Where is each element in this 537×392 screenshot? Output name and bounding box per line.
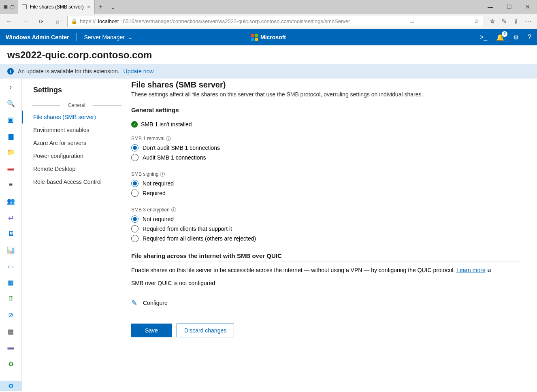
favorites-icon[interactable]: ✮ — [490, 17, 495, 25]
rail-files-icon[interactable]: 📁 — [4, 147, 18, 158]
radio-icon — [131, 154, 139, 161]
window-icon: ▣ — [3, 4, 8, 10]
update-now-link[interactable]: Update now — [124, 68, 154, 75]
reading-icon[interactable]: ▭ — [409, 18, 414, 24]
radio-enc-not-required[interactable]: Not required — [131, 214, 520, 224]
edit-icon: ✎ — [131, 298, 137, 307]
page-title-row: ws2022-quic.corp.contoso.com — [0, 45, 537, 64]
radio-icon — [131, 180, 139, 187]
sidebar-item-power[interactable]: Power configuration — [22, 149, 131, 162]
sidebar-group-label: General — [32, 102, 121, 108]
rail-search-icon[interactable]: 🔍 — [4, 98, 18, 109]
info-icon[interactable]: i — [166, 136, 171, 141]
microsoft-logo-icon — [251, 34, 258, 41]
tool-rail: › 🔍 ▣ ▆ 📁 ▬ ≡ 👥 ⇄ 🖥 📊 ▭ ▦ ⠿ ⊘ ▤ ▬ ⚙ ⚙ — [0, 79, 22, 391]
radio-icon — [131, 144, 139, 151]
back-button[interactable]: ← — [2, 15, 15, 28]
app-brand[interactable]: Windows Admin Center — [6, 34, 69, 40]
notes-icon[interactable]: ✎ — [501, 17, 507, 25]
quic-status: SMB over QUIC is not configured — [131, 280, 520, 286]
rail-overview-icon[interactable]: ▣ — [4, 114, 18, 125]
help-icon[interactable]: ? — [528, 34, 531, 41]
refresh-button[interactable]: ⟳ — [35, 15, 48, 28]
window-icon-2: ▢ — [10, 4, 15, 10]
sidebar-item-env-vars[interactable]: Environment variables — [22, 124, 131, 136]
external-link-icon: ⧉ — [486, 268, 491, 273]
address-bar[interactable]: 🔒 https://localhost:6516/servermanager/c… — [67, 16, 483, 27]
info-icon: i — [7, 68, 14, 75]
context-dropdown[interactable]: Server Manager ⌄ — [84, 34, 132, 40]
new-tab-button[interactable]: + — [95, 0, 107, 14]
radio-icon — [131, 215, 139, 223]
browser-tab[interactable]: File shares (SMB server) × — [18, 0, 95, 14]
rail-perf-icon[interactable]: 📊 — [4, 245, 18, 255]
rail-settings-icon[interactable]: ⚙ — [0, 381, 22, 391]
discard-button[interactable]: Discard changes — [177, 324, 234, 337]
settings-sidebar: Settings General File shares (SMB server… — [22, 79, 131, 391]
general-settings-heading: General settings — [131, 107, 520, 116]
info-icon[interactable]: i — [171, 207, 176, 212]
tab-close-icon[interactable]: × — [87, 4, 90, 10]
rail-azure-icon[interactable]: ▆ — [4, 131, 18, 141]
quic-heading: File sharing across the internet with SM… — [131, 252, 520, 262]
rail-apps-icon[interactable]: ⠿ — [4, 294, 18, 304]
favorite-icon[interactable]: ☆ — [474, 17, 479, 25]
rail-services-icon[interactable]: ⚙ — [4, 358, 18, 369]
rail-tasks-icon[interactable]: ▬ — [4, 342, 18, 353]
rail-monitor-icon[interactable]: 🖥 — [4, 228, 18, 239]
tab-dropdown-icon[interactable]: ⌄ — [107, 0, 119, 14]
radio-audit[interactable]: Audit SMB 1 connections — [131, 153, 520, 162]
info-icon[interactable]: i — [160, 172, 165, 177]
browser-titlebar: ▣ ▢ File shares (SMB server) × + ⌄ — ☐ ✕ — [0, 0, 537, 14]
minimize-button[interactable]: — — [481, 0, 500, 14]
radio-enc-supported[interactable]: Required from clients that support it — [131, 224, 520, 234]
sidebar-item-rbac[interactable]: Role-based Access Control — [22, 175, 131, 188]
content-area: File shares (SMB server) These settings … — [131, 79, 537, 391]
more-icon[interactable]: ⋯ — [525, 17, 531, 25]
radio-signing-not-required[interactable]: Not required — [131, 179, 520, 188]
sidebar-item-remote-desktop[interactable]: Remote Desktop — [22, 162, 131, 175]
sidebar-title: Settings — [22, 84, 131, 100]
sidebar-item-file-shares[interactable]: File shares (SMB server) — [22, 111, 131, 124]
lock-icon: 🔒 — [71, 18, 77, 24]
radio-icon — [131, 225, 139, 232]
page-title: ws2022-quic.corp.contoso.com — [7, 49, 530, 61]
rail-remote-icon[interactable]: ⊘ — [4, 310, 18, 320]
configure-button[interactable]: ✎ Configure — [131, 298, 520, 307]
rail-ps-icon[interactable]: ▭ — [4, 261, 18, 271]
tab-favicon-icon — [22, 4, 27, 9]
tab-title: File shares (SMB server) — [30, 4, 84, 10]
settings-icon[interactable]: ⚙ — [513, 34, 519, 41]
smb1-removal-label: SMB 1 removal i — [131, 136, 520, 141]
checkmark-icon: ✓ — [131, 121, 138, 128]
forward-button[interactable]: → — [19, 15, 32, 28]
radio-enc-all[interactable]: Required from all clients (others are re… — [131, 234, 520, 243]
notifications-icon[interactable]: 🔔 — [496, 34, 504, 41]
rail-users-icon[interactable]: 👥 — [4, 196, 18, 206]
browser-toolbar: ← → ⟳ ⌂ 🔒 https://localhost:6516/serverm… — [0, 14, 537, 29]
content-description: These settings affect all file shares on… — [131, 91, 520, 98]
banner-text: An update is available for this extensio… — [18, 68, 119, 75]
rail-roles-icon[interactable]: ▤ — [4, 326, 18, 337]
rail-network-icon[interactable]: ⇄ — [4, 212, 18, 223]
app-header: Windows Admin Center Server Manager ⌄ Mi… — [0, 29, 537, 45]
save-button[interactable]: Save — [131, 324, 172, 337]
content-heading: File shares (SMB server) — [131, 80, 520, 89]
rail-registry-icon[interactable]: ▦ — [4, 277, 18, 288]
radio-signing-required[interactable]: Required — [131, 188, 520, 198]
rail-list-icon[interactable]: ≡ — [4, 179, 18, 190]
rail-chevron-icon[interactable]: › — [4, 82, 18, 92]
close-window-button[interactable]: ✕ — [518, 0, 537, 14]
smb-signing-label: SMB signing i — [131, 171, 520, 177]
maximize-button[interactable]: ☐ — [500, 0, 518, 14]
share-icon[interactable]: ⇪ — [513, 17, 518, 25]
smb3-encryption-label: SMB 3 encryption i — [131, 207, 520, 213]
powershell-icon[interactable]: >_ — [480, 34, 487, 41]
learn-more-link[interactable]: Learn more — [456, 267, 486, 273]
sidebar-item-azure-arc[interactable]: Azure Arc for servers — [22, 136, 131, 149]
ms-brand: Microsoft — [251, 34, 286, 41]
radio-dont-audit[interactable]: Don't audit SMB 1 connections — [131, 143, 520, 153]
home-button[interactable]: ⌂ — [51, 15, 64, 28]
smb1-status: ✓ SMB 1 isn't installed — [131, 121, 520, 128]
rail-firewall-icon[interactable]: ▬ — [4, 163, 18, 174]
